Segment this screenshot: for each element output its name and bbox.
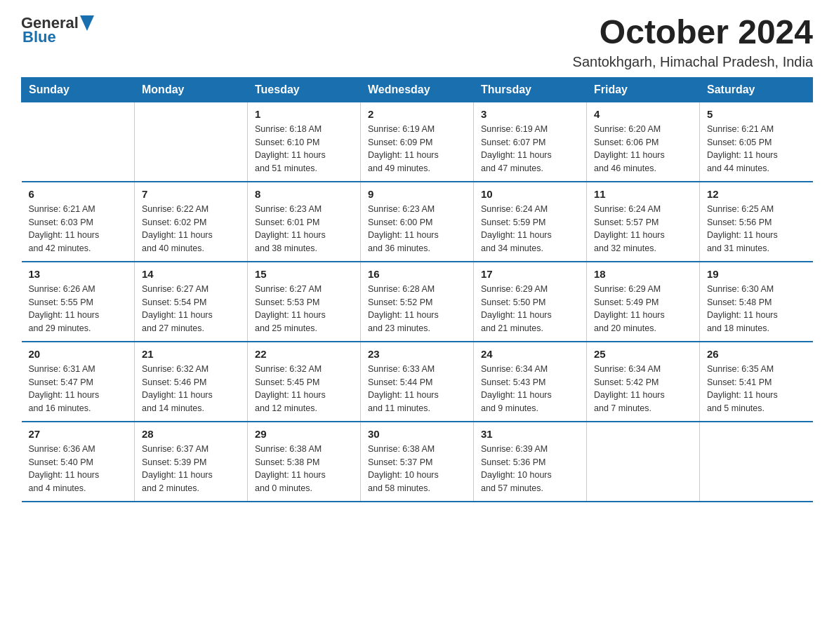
day-info: Sunrise: 6:22 AMSunset: 6:02 PMDaylight:… bbox=[142, 203, 240, 255]
day-number: 8 bbox=[255, 188, 353, 200]
calendar-cell bbox=[700, 422, 813, 502]
day-info: Sunrise: 6:28 AMSunset: 5:52 PMDaylight:… bbox=[368, 283, 466, 335]
weekday-header-saturday: Saturday bbox=[700, 77, 813, 102]
day-info: Sunrise: 6:20 AMSunset: 6:06 PMDaylight:… bbox=[594, 123, 692, 175]
day-number: 23 bbox=[368, 348, 466, 360]
day-info: Sunrise: 6:39 AMSunset: 5:36 PMDaylight:… bbox=[481, 443, 579, 495]
day-number: 7 bbox=[142, 188, 240, 200]
svg-marker-0 bbox=[80, 15, 94, 31]
day-number: 13 bbox=[29, 268, 128, 280]
month-title: October 2024 bbox=[573, 14, 813, 51]
day-info: Sunrise: 6:19 AMSunset: 6:09 PMDaylight:… bbox=[368, 123, 466, 175]
logo: General Blue bbox=[21, 14, 94, 46]
day-info: Sunrise: 6:36 AMSunset: 5:40 PMDaylight:… bbox=[29, 443, 128, 495]
calendar-cell: 30Sunrise: 6:38 AMSunset: 5:37 PMDayligh… bbox=[361, 422, 474, 502]
day-info: Sunrise: 6:38 AMSunset: 5:38 PMDaylight:… bbox=[255, 443, 353, 495]
day-info: Sunrise: 6:24 AMSunset: 5:57 PMDaylight:… bbox=[594, 203, 692, 255]
calendar-cell: 21Sunrise: 6:32 AMSunset: 5:46 PMDayligh… bbox=[135, 342, 248, 422]
day-number: 22 bbox=[255, 348, 353, 360]
calendar-cell: 1Sunrise: 6:18 AMSunset: 6:10 PMDaylight… bbox=[248, 102, 361, 182]
calendar-cell bbox=[587, 422, 700, 502]
day-number: 4 bbox=[594, 108, 692, 120]
day-info: Sunrise: 6:30 AMSunset: 5:48 PMDaylight:… bbox=[707, 283, 806, 335]
calendar-week-row: 13Sunrise: 6:26 AMSunset: 5:55 PMDayligh… bbox=[22, 262, 813, 342]
day-info: Sunrise: 6:31 AMSunset: 5:47 PMDaylight:… bbox=[29, 363, 128, 415]
day-number: 26 bbox=[707, 348, 806, 360]
calendar-cell: 31Sunrise: 6:39 AMSunset: 5:36 PMDayligh… bbox=[474, 422, 587, 502]
day-info: Sunrise: 6:37 AMSunset: 5:39 PMDaylight:… bbox=[142, 443, 240, 495]
page-header: General Blue October 2024 Santokhgarh, H… bbox=[21, 14, 813, 70]
day-number: 17 bbox=[481, 268, 579, 280]
day-info: Sunrise: 6:29 AMSunset: 5:50 PMDaylight:… bbox=[481, 283, 579, 335]
calendar-cell bbox=[22, 102, 135, 182]
day-info: Sunrise: 6:32 AMSunset: 5:45 PMDaylight:… bbox=[255, 363, 353, 415]
logo-triangle-icon bbox=[80, 15, 94, 31]
calendar-week-row: 20Sunrise: 6:31 AMSunset: 5:47 PMDayligh… bbox=[22, 342, 813, 422]
logo-blue: Blue bbox=[22, 28, 56, 46]
day-number: 15 bbox=[255, 268, 353, 280]
day-number: 31 bbox=[481, 428, 579, 440]
day-number: 28 bbox=[142, 428, 240, 440]
weekday-header-row: SundayMondayTuesdayWednesdayThursdayFrid… bbox=[22, 77, 813, 102]
calendar-week-row: 27Sunrise: 6:36 AMSunset: 5:40 PMDayligh… bbox=[22, 422, 813, 502]
day-number: 18 bbox=[594, 268, 692, 280]
weekday-header-friday: Friday bbox=[587, 77, 700, 102]
day-info: Sunrise: 6:18 AMSunset: 6:10 PMDaylight:… bbox=[255, 123, 353, 175]
calendar-cell: 29Sunrise: 6:38 AMSunset: 5:38 PMDayligh… bbox=[248, 422, 361, 502]
calendar-cell: 5Sunrise: 6:21 AMSunset: 6:05 PMDaylight… bbox=[700, 102, 813, 182]
day-info: Sunrise: 6:34 AMSunset: 5:43 PMDaylight:… bbox=[481, 363, 579, 415]
day-info: Sunrise: 6:29 AMSunset: 5:49 PMDaylight:… bbox=[594, 283, 692, 335]
day-info: Sunrise: 6:26 AMSunset: 5:55 PMDaylight:… bbox=[29, 283, 128, 335]
day-number: 25 bbox=[594, 348, 692, 360]
calendar-cell: 22Sunrise: 6:32 AMSunset: 5:45 PMDayligh… bbox=[248, 342, 361, 422]
calendar-cell: 28Sunrise: 6:37 AMSunset: 5:39 PMDayligh… bbox=[135, 422, 248, 502]
day-info: Sunrise: 6:27 AMSunset: 5:54 PMDaylight:… bbox=[142, 283, 240, 335]
day-number: 6 bbox=[29, 188, 128, 200]
calendar-cell: 26Sunrise: 6:35 AMSunset: 5:41 PMDayligh… bbox=[700, 342, 813, 422]
day-info: Sunrise: 6:34 AMSunset: 5:42 PMDaylight:… bbox=[594, 363, 692, 415]
day-number: 30 bbox=[368, 428, 466, 440]
day-info: Sunrise: 6:35 AMSunset: 5:41 PMDaylight:… bbox=[707, 363, 806, 415]
day-number: 10 bbox=[481, 188, 579, 200]
day-info: Sunrise: 6:21 AMSunset: 6:05 PMDaylight:… bbox=[707, 123, 806, 175]
day-number: 11 bbox=[594, 188, 692, 200]
calendar-cell: 27Sunrise: 6:36 AMSunset: 5:40 PMDayligh… bbox=[22, 422, 135, 502]
calendar-cell: 11Sunrise: 6:24 AMSunset: 5:57 PMDayligh… bbox=[587, 182, 700, 262]
day-number: 14 bbox=[142, 268, 240, 280]
calendar-cell: 13Sunrise: 6:26 AMSunset: 5:55 PMDayligh… bbox=[22, 262, 135, 342]
calendar-cell: 15Sunrise: 6:27 AMSunset: 5:53 PMDayligh… bbox=[248, 262, 361, 342]
calendar-cell: 2Sunrise: 6:19 AMSunset: 6:09 PMDaylight… bbox=[361, 102, 474, 182]
calendar-table: SundayMondayTuesdayWednesdayThursdayFrid… bbox=[21, 77, 813, 502]
calendar-cell: 17Sunrise: 6:29 AMSunset: 5:50 PMDayligh… bbox=[474, 262, 587, 342]
calendar-cell: 12Sunrise: 6:25 AMSunset: 5:56 PMDayligh… bbox=[700, 182, 813, 262]
day-number: 16 bbox=[368, 268, 466, 280]
day-info: Sunrise: 6:33 AMSunset: 5:44 PMDaylight:… bbox=[368, 363, 466, 415]
day-number: 29 bbox=[255, 428, 353, 440]
calendar-cell: 20Sunrise: 6:31 AMSunset: 5:47 PMDayligh… bbox=[22, 342, 135, 422]
title-block: October 2024 Santokhgarh, Himachal Prade… bbox=[573, 14, 813, 70]
day-number: 24 bbox=[481, 348, 579, 360]
day-number: 21 bbox=[142, 348, 240, 360]
location-title: Santokhgarh, Himachal Pradesh, India bbox=[573, 54, 813, 70]
calendar-cell: 19Sunrise: 6:30 AMSunset: 5:48 PMDayligh… bbox=[700, 262, 813, 342]
day-number: 19 bbox=[707, 268, 806, 280]
calendar-cell: 9Sunrise: 6:23 AMSunset: 6:00 PMDaylight… bbox=[361, 182, 474, 262]
day-info: Sunrise: 6:23 AMSunset: 6:01 PMDaylight:… bbox=[255, 203, 353, 255]
day-number: 3 bbox=[481, 108, 579, 120]
calendar-cell bbox=[135, 102, 248, 182]
day-number: 12 bbox=[707, 188, 806, 200]
weekday-header-wednesday: Wednesday bbox=[361, 77, 474, 102]
calendar-cell: 10Sunrise: 6:24 AMSunset: 5:59 PMDayligh… bbox=[474, 182, 587, 262]
calendar-cell: 16Sunrise: 6:28 AMSunset: 5:52 PMDayligh… bbox=[361, 262, 474, 342]
calendar-cell: 4Sunrise: 6:20 AMSunset: 6:06 PMDaylight… bbox=[587, 102, 700, 182]
calendar-cell: 25Sunrise: 6:34 AMSunset: 5:42 PMDayligh… bbox=[587, 342, 700, 422]
calendar-cell: 23Sunrise: 6:33 AMSunset: 5:44 PMDayligh… bbox=[361, 342, 474, 422]
calendar-week-row: 6Sunrise: 6:21 AMSunset: 6:03 PMDaylight… bbox=[22, 182, 813, 262]
day-info: Sunrise: 6:32 AMSunset: 5:46 PMDaylight:… bbox=[142, 363, 240, 415]
day-info: Sunrise: 6:24 AMSunset: 5:59 PMDaylight:… bbox=[481, 203, 579, 255]
day-number: 9 bbox=[368, 188, 466, 200]
day-info: Sunrise: 6:23 AMSunset: 6:00 PMDaylight:… bbox=[368, 203, 466, 255]
weekday-header-thursday: Thursday bbox=[474, 77, 587, 102]
day-info: Sunrise: 6:27 AMSunset: 5:53 PMDaylight:… bbox=[255, 283, 353, 335]
weekday-header-sunday: Sunday bbox=[22, 77, 135, 102]
